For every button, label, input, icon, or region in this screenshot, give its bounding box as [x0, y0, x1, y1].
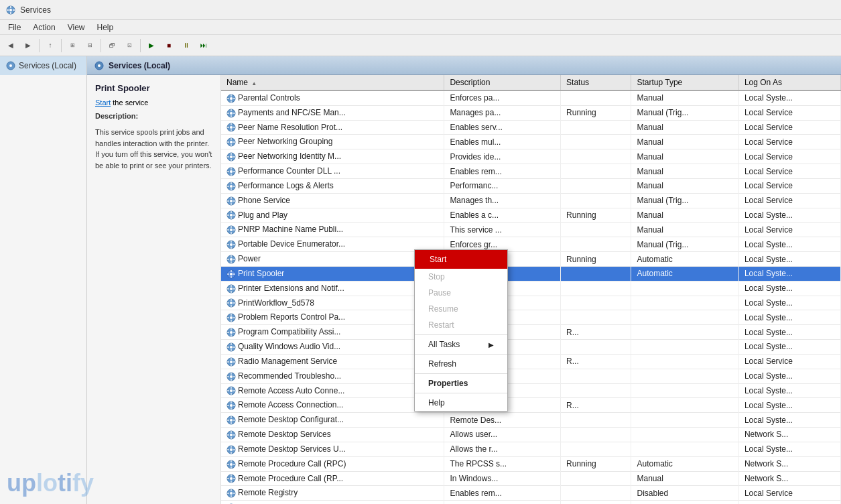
service-logon-cell: Local Syste...: [738, 383, 840, 398]
service-startup-cell: Disabled: [631, 486, 738, 501]
service-status-cell: [561, 501, 631, 504]
service-name-cell: Remote Desktop Services: [221, 428, 444, 442]
service-name-cell: Problem Reports Control Pa...: [221, 310, 444, 325]
context-item-refresh[interactable]: Refresh: [415, 356, 507, 372]
up-button[interactable]: ↑: [42, 38, 58, 54]
col-description[interactable]: Description: [444, 75, 561, 90]
service-status-cell: [561, 135, 631, 149]
table-row[interactable]: Remote Procedure Call (RPC)The RPCSS s..…: [221, 456, 841, 471]
service-status-cell: [561, 90, 631, 105]
table-row[interactable]: Remote Desktop Services U...Allows the r…: [221, 442, 841, 456]
table-row[interactable]: Plug and PlayEnables a c...RunningManual…: [221, 208, 841, 223]
table-row[interactable]: Remote Desktop Configurat...Remote Des..…: [221, 413, 841, 428]
service-status-cell: [561, 164, 631, 179]
table-row[interactable]: Program Compatibility Assi...This servic…: [221, 325, 841, 340]
table-row[interactable]: Performance Counter DLL ...Enables rem..…: [221, 164, 841, 179]
table-row[interactable]: Recommended Troublesho...Enables aut...L…: [221, 369, 841, 383]
table-row[interactable]: Peer Networking GroupingEnables mul...Ma…: [221, 135, 841, 149]
context-item-properties[interactable]: Properties: [415, 375, 507, 391]
svg-point-95: [230, 302, 233, 304]
col-name[interactable]: Name ▲: [221, 75, 444, 90]
table-row[interactable]: Print SpoolerThis service ...AutomaticLo…: [221, 266, 841, 281]
menu-view[interactable]: View: [62, 21, 90, 34]
table-row[interactable]: Radio Management ServiceRadio Mana...R..…: [221, 354, 841, 369]
service-name-cell: PrintWorkflow_5d578: [221, 296, 444, 310]
service-row-icon: [227, 269, 236, 279]
service-startup-cell: [631, 428, 738, 442]
context-item-start[interactable]: Start: [415, 250, 507, 269]
service-row-icon: [227, 255, 236, 264]
svg-point-59: [230, 214, 233, 216]
service-row-icon: [227, 460, 236, 469]
menu-file[interactable]: File: [3, 21, 26, 34]
sidebar-item-services-local[interactable]: Services (Local): [0, 56, 86, 75]
play-btn[interactable]: ▶: [143, 38, 159, 54]
show-console-btn[interactable]: ⊞: [64, 38, 80, 54]
table-row[interactable]: Quality Windows Audio Vid...Quality Win.…: [221, 340, 841, 355]
table-row[interactable]: Printer Extensions and Notif...This serv…: [221, 281, 841, 296]
context-item-all-tasks[interactable]: All Tasks▶: [415, 336, 507, 353]
show-standard-btn[interactable]: ⊟: [82, 38, 98, 54]
pause-btn[interactable]: ⏸: [178, 38, 194, 54]
service-desc-cell: Enables mul...: [444, 135, 561, 149]
service-row-icon: [227, 123, 236, 132]
menu-help[interactable]: Help: [92, 21, 119, 34]
col-startup-type[interactable]: Startup Type: [631, 75, 738, 90]
table-row[interactable]: PNRP Machine Name Publi...This service .…: [221, 223, 841, 237]
app-icon: [5, 5, 16, 15]
table-row[interactable]: PowerManages p...RunningAutomaticLocal S…: [221, 252, 841, 267]
table-row[interactable]: Retail Demo ServiceThe Retail D...Manual…: [221, 501, 841, 504]
table-row[interactable]: Remote Desktop ServicesAllows user...Net…: [221, 428, 841, 442]
svg-point-83: [230, 273, 233, 275]
service-row-icon: [227, 328, 236, 337]
table-row[interactable]: PrintWorkflow_5d578Provides su...Local S…: [221, 296, 841, 310]
start-service-link[interactable]: Start: [95, 99, 111, 107]
service-row-icon: [227, 196, 236, 206]
table-row[interactable]: Parental ControlsEnforces pa...ManualLoc…: [221, 90, 841, 105]
table-row[interactable]: Remote Access Auto Conne...Creates a co.…: [221, 383, 841, 398]
context-item-help[interactable]: Help: [415, 395, 507, 411]
service-logon-cell: Local Syste...: [738, 369, 840, 383]
service-row-icon: [227, 386, 236, 395]
service-status-cell: Running: [561, 252, 631, 267]
service-name-cell: Performance Logs & Alerts: [221, 178, 444, 193]
col-log-on-as[interactable]: Log On As: [738, 75, 840, 90]
table-row[interactable]: Portable Device Enumerator...Enforces gr…: [221, 237, 841, 252]
service-logon-cell: Local Service: [738, 135, 840, 149]
svg-point-143: [230, 419, 233, 422]
service-status-cell: [561, 413, 631, 428]
service-row-icon: [227, 416, 236, 425]
service-name-cell: Remote Procedure Call (RP...: [221, 471, 444, 486]
toolbar: ◀ ▶ ↑ ⊞ ⊟ 🗗 ⊡ ▶ ■ ⏸ ⏭: [0, 35, 841, 56]
service-row-icon: [227, 342, 236, 352]
table-row[interactable]: Remote RegistryEnables rem...DisabledLoc…: [221, 486, 841, 501]
service-desc-cell: In Windows...: [444, 471, 561, 486]
service-name-cell: Recommended Troublesho...: [221, 369, 444, 383]
context-item-resume: Resume: [415, 301, 507, 317]
table-row[interactable]: Peer Name Resolution Prot...Enables serv…: [221, 120, 841, 135]
toolbar-sep-3: [101, 39, 101, 52]
service-name-cell: Phone Service: [221, 193, 444, 208]
forward-button[interactable]: ▶: [20, 38, 36, 54]
menu-bar: File Action View Help: [0, 20, 841, 35]
svg-point-77: [230, 258, 233, 261]
table-row[interactable]: Peer Networking Identity M...Provides id…: [221, 149, 841, 164]
new-window-btn[interactable]: 🗗: [104, 38, 120, 54]
table-row[interactable]: Performance Logs & AlertsPerformanc...Ma…: [221, 178, 841, 193]
menu-action[interactable]: Action: [27, 21, 60, 34]
service-desc-cell: Enables serv...: [444, 120, 561, 135]
back-button[interactable]: ◀: [3, 38, 19, 54]
scope-btn[interactable]: ⊡: [121, 38, 137, 54]
col-status[interactable]: Status: [561, 75, 631, 90]
service-startup-cell: Manual (Trig...: [631, 237, 738, 252]
table-row[interactable]: Phone ServiceManages th...Manual (Trig..…: [221, 193, 841, 208]
table-row[interactable]: Remote Procedure Call (RP...In Windows..…: [221, 471, 841, 486]
stop-btn[interactable]: ■: [161, 38, 177, 54]
services-list: Parental ControlsEnforces pa...ManualLoc…: [221, 90, 841, 504]
table-row[interactable]: Payments and NFC/SE Man...Manages pa...R…: [221, 105, 841, 120]
service-startup-cell: Manual: [631, 135, 738, 149]
table-row[interactable]: Remote Access Connection...Manages di...…: [221, 398, 841, 413]
table-row[interactable]: Problem Reports Control Pa...This servic…: [221, 310, 841, 325]
resume-btn[interactable]: ⏭: [196, 38, 212, 54]
service-status-cell: [561, 428, 631, 442]
